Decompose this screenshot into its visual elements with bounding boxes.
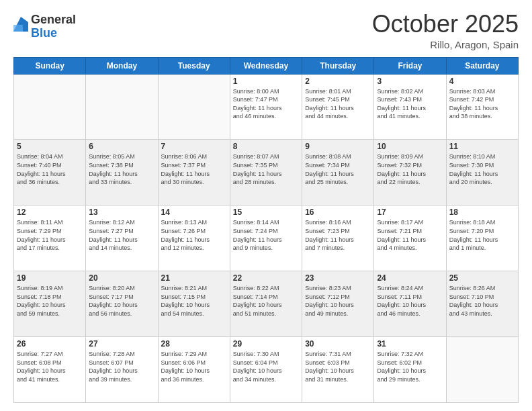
day-number: 11 [449,142,515,151]
day-info: Sunrise: 7:29 AMSunset: 6:06 PMDaylight:… [161,350,227,383]
day-info: Sunrise: 8:13 AMSunset: 7:26 PMDaylight:… [161,218,227,252]
table-row: 3Sunrise: 8:02 AMSunset: 7:43 PMDaylight… [374,74,446,140]
table-row: 5Sunrise: 8:04 AMSunset: 7:40 PMDaylight… [14,140,86,205]
day-info: Sunrise: 8:18 AMSunset: 7:20 PMDaylight:… [449,218,515,252]
day-number: 2 [305,77,371,86]
calendar-week-row: 26Sunrise: 7:27 AMSunset: 6:08 PMDayligh… [14,337,519,403]
table-row: 8Sunrise: 8:07 AMSunset: 7:35 PMDaylight… [230,140,302,205]
day-number: 26 [17,339,83,349]
day-info: Sunrise: 8:03 AMSunset: 7:42 PMDaylight:… [449,87,515,121]
table-row [446,337,518,403]
table-row [86,74,158,140]
header-tuesday: Tuesday [158,57,230,74]
day-info: Sunrise: 8:08 AMSunset: 7:34 PMDaylight:… [305,152,371,186]
day-info: Sunrise: 8:17 AMSunset: 7:21 PMDaylight:… [377,218,443,252]
table-row: 31Sunrise: 7:32 AMSunset: 6:02 PMDayligh… [374,337,446,403]
day-number: 23 [305,273,371,283]
table-row: 25Sunrise: 8:26 AMSunset: 7:10 PMDayligh… [446,271,518,337]
day-info: Sunrise: 7:28 AMSunset: 6:07 PMDaylight:… [89,350,154,383]
table-row: 26Sunrise: 7:27 AMSunset: 6:08 PMDayligh… [14,337,86,403]
day-number: 12 [17,208,83,217]
day-info: Sunrise: 8:01 AMSunset: 7:45 PMDaylight:… [305,87,371,121]
table-row: 21Sunrise: 8:21 AMSunset: 7:15 PMDayligh… [158,271,230,337]
day-info: Sunrise: 8:09 AMSunset: 7:32 PMDaylight:… [377,152,443,186]
day-number: 30 [305,339,371,349]
calendar-week-row: 19Sunrise: 8:19 AMSunset: 7:18 PMDayligh… [14,271,519,337]
day-info: Sunrise: 8:16 AMSunset: 7:23 PMDaylight:… [305,218,371,252]
day-number: 9 [305,142,371,151]
table-row: 28Sunrise: 7:29 AMSunset: 6:06 PMDayligh… [158,337,230,403]
weekday-header-row: Sunday Monday Tuesday Wednesday Thursday… [14,57,519,74]
day-number: 8 [233,142,299,151]
table-row: 9Sunrise: 8:08 AMSunset: 7:34 PMDaylight… [302,140,374,205]
logo-blue-text: Blue [31,27,76,40]
table-row: 10Sunrise: 8:09 AMSunset: 7:32 PMDayligh… [374,140,446,205]
day-info: Sunrise: 8:23 AMSunset: 7:12 PMDaylight:… [305,284,371,318]
table-row: 22Sunrise: 8:22 AMSunset: 7:14 PMDayligh… [230,271,302,337]
table-row: 7Sunrise: 8:06 AMSunset: 7:37 PMDaylight… [158,140,230,205]
day-number: 24 [377,273,443,283]
day-number: 22 [233,273,299,283]
day-number: 10 [377,142,443,151]
day-number: 5 [17,142,83,151]
day-number: 13 [89,208,154,217]
day-number: 7 [161,142,227,151]
table-row: 14Sunrise: 8:13 AMSunset: 7:26 PMDayligh… [158,205,230,271]
table-row: 16Sunrise: 8:16 AMSunset: 7:23 PMDayligh… [302,205,374,271]
day-info: Sunrise: 8:06 AMSunset: 7:37 PMDaylight:… [161,152,227,186]
day-number: 27 [89,339,154,349]
day-info: Sunrise: 8:11 AMSunset: 7:29 PMDaylight:… [17,218,83,252]
table-row: 4Sunrise: 8:03 AMSunset: 7:42 PMDaylight… [446,74,518,140]
logo-general-text: General [31,13,76,27]
header-sunday: Sunday [14,57,86,74]
day-number: 1 [233,77,299,86]
day-number: 15 [233,208,299,217]
logo: General Blue [13,13,76,40]
day-number: 19 [17,273,83,283]
title-block: October 2025 Rillo, Aragon, Spain [372,11,519,50]
day-number: 14 [161,208,227,217]
page: General Blue October 2025 Rillo, Aragon,… [0,0,532,411]
header-wednesday: Wednesday [230,57,302,74]
header-saturday: Saturday [446,57,518,74]
svg-marker-1 [13,25,23,32]
logo-text: General Blue [31,13,76,40]
table-row: 6Sunrise: 8:05 AMSunset: 7:38 PMDaylight… [86,140,158,205]
day-info: Sunrise: 8:02 AMSunset: 7:43 PMDaylight:… [377,87,443,121]
logo-icon [13,17,28,32]
table-row: 18Sunrise: 8:18 AMSunset: 7:20 PMDayligh… [446,205,518,271]
table-row: 30Sunrise: 7:31 AMSunset: 6:03 PMDayligh… [302,337,374,403]
day-info: Sunrise: 8:24 AMSunset: 7:11 PMDaylight:… [377,284,443,318]
header: General Blue October 2025 Rillo, Aragon,… [13,11,519,50]
header-friday: Friday [374,57,446,74]
day-number: 17 [377,208,443,217]
day-info: Sunrise: 7:27 AMSunset: 6:08 PMDaylight:… [17,350,83,383]
day-number: 6 [89,142,154,151]
day-number: 3 [377,77,443,86]
day-info: Sunrise: 7:32 AMSunset: 6:02 PMDaylight:… [377,350,443,383]
header-thursday: Thursday [302,57,374,74]
day-number: 4 [449,77,515,86]
day-info: Sunrise: 8:05 AMSunset: 7:38 PMDaylight:… [89,152,154,186]
table-row [158,74,230,140]
table-row: 23Sunrise: 8:23 AMSunset: 7:12 PMDayligh… [302,271,374,337]
day-info: Sunrise: 7:30 AMSunset: 6:04 PMDaylight:… [233,350,299,383]
day-info: Sunrise: 8:00 AMSunset: 7:47 PMDaylight:… [233,87,299,121]
table-row: 24Sunrise: 8:24 AMSunset: 7:11 PMDayligh… [374,271,446,337]
day-info: Sunrise: 8:04 AMSunset: 7:40 PMDaylight:… [17,152,83,186]
day-number: 25 [449,273,515,283]
table-row: 20Sunrise: 8:20 AMSunset: 7:17 PMDayligh… [86,271,158,337]
day-number: 16 [305,208,371,217]
table-row: 29Sunrise: 7:30 AMSunset: 6:04 PMDayligh… [230,337,302,403]
table-row: 1Sunrise: 8:00 AMSunset: 7:47 PMDaylight… [230,74,302,140]
table-row: 17Sunrise: 8:17 AMSunset: 7:21 PMDayligh… [374,205,446,271]
table-row: 11Sunrise: 8:10 AMSunset: 7:30 PMDayligh… [446,140,518,205]
calendar-title: October 2025 [372,11,519,38]
day-number: 28 [161,339,227,349]
day-info: Sunrise: 8:14 AMSunset: 7:24 PMDaylight:… [233,218,299,252]
day-number: 21 [161,273,227,283]
table-row: 15Sunrise: 8:14 AMSunset: 7:24 PMDayligh… [230,205,302,271]
day-info: Sunrise: 8:21 AMSunset: 7:15 PMDaylight:… [161,284,227,318]
day-info: Sunrise: 8:12 AMSunset: 7:27 PMDaylight:… [89,218,154,252]
table-row: 27Sunrise: 7:28 AMSunset: 6:07 PMDayligh… [86,337,158,403]
